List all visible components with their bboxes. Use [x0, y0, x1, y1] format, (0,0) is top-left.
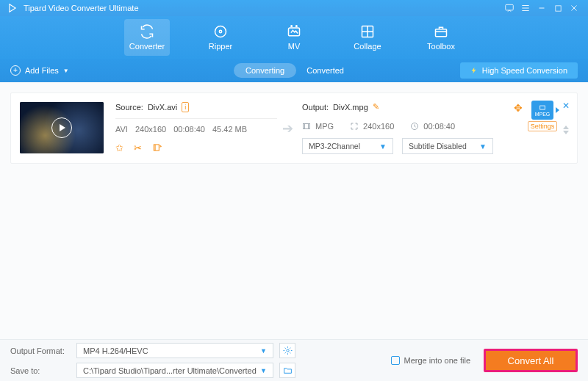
- expand-icon: [350, 122, 359, 131]
- output-label: Output:: [302, 103, 329, 112]
- menu-icon[interactable]: [517, 1, 534, 15]
- audio-track-select[interactable]: MP3-2Channel▼: [302, 138, 393, 154]
- checkbox-icon: [391, 356, 400, 365]
- svg-point-2: [215, 26, 226, 37]
- video-thumbnail[interactable]: [20, 102, 104, 153]
- toolbox-icon: [434, 24, 448, 39]
- high-speed-conversion-button[interactable]: High Speed Conversion: [460, 62, 578, 79]
- arrow-icon: ➔: [277, 120, 298, 137]
- svg-rect-1: [555, 5, 560, 10]
- output-format-select[interactable]: MP4 H.264/HEVC▼: [76, 343, 273, 358]
- title-bar: Tipard Video Converter Ultimate: [0, 0, 588, 16]
- film-icon: [302, 122, 311, 131]
- maximize-button[interactable]: [550, 1, 566, 15]
- edit-icon[interactable]: ✩: [115, 142, 123, 153]
- tab-converting[interactable]: Converting: [234, 63, 296, 78]
- nav-toolbox[interactable]: Toolbox: [418, 19, 464, 56]
- plus-icon: +: [10, 65, 21, 76]
- merge-checkbox[interactable]: Merge into one file: [391, 356, 471, 365]
- tab-converted[interactable]: Converted: [296, 63, 354, 78]
- bottom-bar: Output Format: MP4 H.264/HEVC▼ Save to: …: [0, 339, 588, 381]
- merge-label: Merge into one file: [404, 356, 471, 365]
- cut-icon[interactable]: ✂: [134, 142, 142, 153]
- nav-collage[interactable]: Collage: [345, 19, 390, 56]
- output-codec: MPG: [315, 122, 334, 131]
- output-resolution: 240x160: [363, 122, 394, 131]
- add-files-label: Add Files: [25, 66, 59, 75]
- save-to-label: Save to:: [10, 366, 71, 375]
- source-label: Source:: [115, 103, 143, 112]
- lightning-icon: [470, 66, 478, 75]
- remove-item-button[interactable]: ✕: [562, 101, 570, 111]
- nav-converter[interactable]: Converter: [124, 19, 170, 56]
- app-logo-icon: [6, 1, 19, 15]
- output-filename: DivX.mpg: [333, 103, 368, 112]
- chevron-down-icon: ▼: [479, 142, 487, 150]
- svg-rect-0: [506, 4, 514, 10]
- nav-mv-label: MV: [288, 42, 301, 51]
- chevron-down-icon: ▼: [260, 347, 267, 355]
- output-format-button[interactable]: MPEG: [531, 101, 553, 120]
- svg-rect-9: [154, 145, 159, 150]
- sub-bar: + Add Files ▼ Converting Converted High …: [0, 59, 588, 82]
- open-folder-button[interactable]: [279, 363, 295, 378]
- output-format-settings-button[interactable]: [279, 343, 295, 358]
- svg-rect-12: [540, 106, 545, 109]
- high-speed-label: High Speed Conversion: [482, 66, 567, 75]
- minimize-button[interactable]: [534, 1, 550, 15]
- info-icon[interactable]: i: [182, 102, 189, 112]
- source-size: 45.42 MB: [212, 125, 247, 134]
- ripper-icon: [213, 24, 228, 39]
- file-card: Source: DivX.avi i AVI 240x160 00:08:40 …: [10, 92, 578, 164]
- play-icon: [51, 117, 72, 138]
- output-format-label: Output Format:: [10, 346, 71, 355]
- settings-button[interactable]: Settings: [528, 121, 558, 131]
- source-duration: 00:08:40: [173, 125, 205, 134]
- main-nav: Converter Ripper MV Collage Toolbox: [0, 16, 588, 59]
- mv-icon: [287, 24, 301, 39]
- subtitle-select[interactable]: Subtitle Disabled▼: [402, 138, 493, 154]
- svg-point-5: [291, 26, 293, 27]
- chevron-down-icon: ▼: [379, 142, 387, 150]
- converter-icon: [140, 24, 154, 39]
- move-down-button[interactable]: [563, 131, 569, 134]
- svg-point-6: [296, 26, 298, 27]
- chevron-down-icon: ▼: [63, 68, 69, 74]
- convert-all-button[interactable]: Convert All: [484, 349, 578, 372]
- chevron-down-icon: ▼: [260, 367, 267, 374]
- rename-icon[interactable]: ✎: [373, 102, 379, 112]
- nav-collage-label: Collage: [354, 42, 381, 51]
- svg-point-3: [219, 30, 221, 32]
- nav-mv[interactable]: MV: [271, 19, 317, 56]
- content-area: Source: DivX.avi i AVI 240x160 00:08:40 …: [0, 82, 588, 339]
- svg-rect-8: [436, 29, 447, 37]
- collage-icon: [360, 24, 375, 39]
- add-files-button[interactable]: + Add Files ▼: [10, 65, 69, 76]
- close-button[interactable]: [566, 1, 582, 15]
- svg-rect-10: [304, 124, 310, 129]
- move-icon[interactable]: ✥: [514, 102, 523, 114]
- feedback-icon[interactable]: [501, 1, 517, 15]
- format-badge-label: MPEG: [535, 112, 551, 117]
- svg-point-13: [286, 349, 288, 352]
- source-codec: AVI: [115, 125, 128, 134]
- nav-ripper-label: Ripper: [209, 42, 232, 51]
- nav-ripper[interactable]: Ripper: [198, 19, 243, 56]
- source-filename: DivX.avi: [148, 103, 177, 112]
- clock-icon: [410, 122, 419, 131]
- source-resolution: 240x160: [135, 125, 166, 134]
- nav-converter-label: Converter: [129, 42, 165, 51]
- move-up-button[interactable]: [563, 126, 569, 129]
- app-title: Tipard Video Converter Ultimate: [24, 4, 139, 12]
- output-duration: 00:08:40: [423, 122, 455, 131]
- save-to-select[interactable]: C:\Tipard Studio\Tipard...rter Ultimate\…: [76, 363, 273, 378]
- enhance-icon[interactable]: [152, 142, 162, 153]
- nav-toolbox-label: Toolbox: [427, 42, 455, 51]
